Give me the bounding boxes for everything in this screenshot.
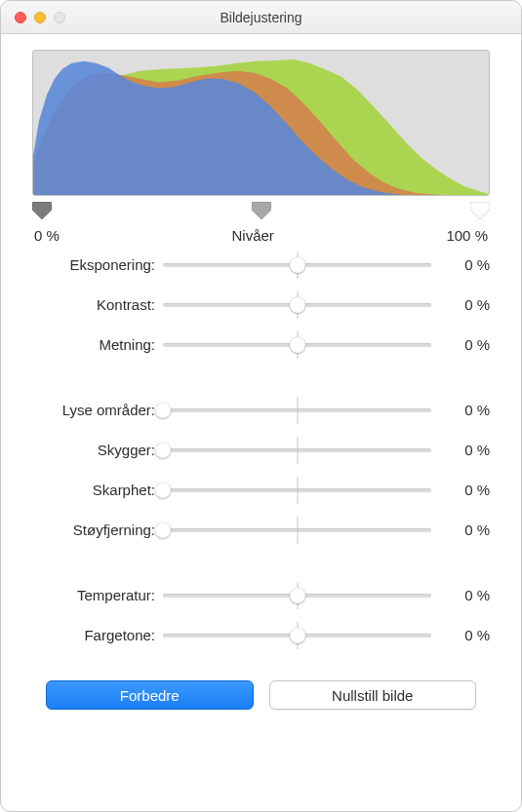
slider-row: Støyfjerning:0 %	[32, 510, 490, 550]
slider-label: Metning:	[32, 336, 163, 353]
slider-track[interactable]	[163, 480, 431, 501]
slider-label: Skarphet:	[32, 482, 163, 498]
slider-label: Eksponering:	[32, 256, 163, 273]
reset-button[interactable]: Nullstill bilde	[269, 680, 477, 710]
levels-shadow-handle[interactable]	[32, 202, 52, 219]
levels-highlight-handle[interactable]	[470, 202, 490, 219]
slider-label: Temperatur:	[32, 587, 163, 603]
slider-thumb[interactable]	[155, 443, 171, 458]
slider-value: 0 %	[431, 482, 490, 498]
window-controls	[1, 12, 65, 23]
slider-label: Skygger:	[32, 442, 163, 458]
slider-track[interactable]	[163, 400, 431, 421]
slider-row: Kontrast:0 %	[32, 285, 490, 325]
content: 0 % Nivåer 100 % Eksponering:0 %Kontrast…	[1, 34, 521, 729]
slider-value: 0 %	[431, 296, 490, 313]
slider-thumb[interactable]	[290, 337, 305, 353]
slider-track[interactable]	[163, 334, 431, 356]
slider-track[interactable]	[163, 440, 431, 461]
close-icon[interactable]	[15, 12, 26, 23]
slider-track[interactable]	[163, 294, 431, 316]
levels-slider: 0 % Nivåer 100 %	[32, 202, 490, 241]
slider-thumb[interactable]	[155, 403, 171, 418]
slider-label: Fargetone:	[32, 627, 163, 643]
slider-value: 0 %	[431, 256, 490, 273]
slider-row: Skygger:0 %	[32, 430, 490, 470]
slider-thumb[interactable]	[155, 522, 171, 538]
zoom-icon[interactable]	[54, 12, 65, 23]
slider-row: Skarphet:0 %	[32, 470, 490, 510]
slider-row: Eksponering:0 %	[32, 245, 490, 285]
slider-thumb[interactable]	[155, 483, 171, 498]
titlebar[interactable]: Bildejustering	[1, 1, 521, 34]
slider-track[interactable]	[163, 520, 431, 541]
enhance-button[interactable]: Forbedre	[46, 680, 254, 710]
slider-label: Støyfjerning:	[32, 522, 163, 538]
levels-max-label: 100 %	[446, 227, 488, 244]
adjust-image-window: Bildejustering	[0, 0, 522, 812]
histogram	[32, 50, 490, 196]
slider-row: Fargetone:0 %	[32, 615, 490, 655]
button-row: Forbedre Nullstill bilde	[32, 680, 490, 710]
slider-thumb[interactable]	[290, 297, 305, 313]
slider-track[interactable]	[163, 254, 431, 276]
minimize-icon[interactable]	[34, 12, 46, 23]
slider-row: Metning:0 %	[32, 325, 490, 365]
levels-center-label: Nivåer	[231, 227, 273, 244]
slider-value: 0 %	[431, 627, 490, 643]
slider-value: 0 %	[431, 587, 490, 603]
slider-thumb[interactable]	[290, 628, 305, 643]
slider-track[interactable]	[163, 585, 431, 606]
slider-thumb[interactable]	[290, 588, 305, 603]
levels-min-label: 0 %	[34, 227, 60, 244]
slider-track[interactable]	[163, 625, 431, 646]
slider-value: 0 %	[431, 522, 490, 538]
window-title: Bildejustering	[1, 10, 521, 25]
levels-midtone-handle[interactable]	[252, 202, 271, 219]
slider-row: Lyse områder:0 %	[32, 390, 490, 430]
slider-label: Lyse områder:	[32, 402, 163, 418]
slider-row: Temperatur:0 %	[32, 575, 490, 615]
slider-value: 0 %	[431, 402, 490, 418]
slider-value: 0 %	[431, 336, 490, 353]
slider-thumb[interactable]	[290, 257, 305, 273]
slider-list: Eksponering:0 %Kontrast:0 %Metning:0 %Ly…	[32, 245, 490, 655]
slider-value: 0 %	[431, 442, 490, 458]
slider-label: Kontrast:	[32, 296, 163, 313]
